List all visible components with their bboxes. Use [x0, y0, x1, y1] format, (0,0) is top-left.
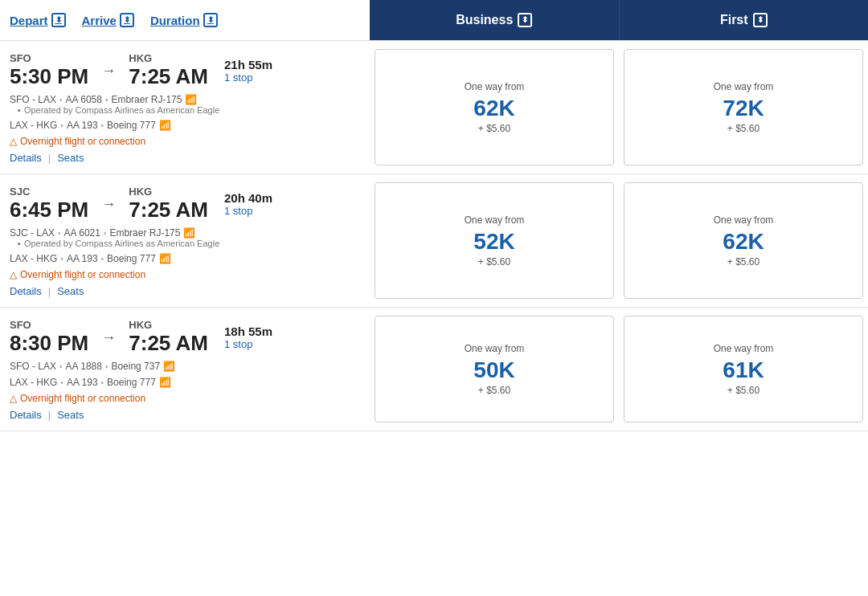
flight-section-1: SFO 5:30 PM → HKG 7:25 AM 21h 55m 1 stop…	[0, 41, 868, 174]
business-label: Business	[456, 13, 513, 27]
duration-col: 18h 55m 1 stop	[216, 325, 305, 350]
arrive-label: Arrive	[82, 14, 117, 27]
seats-button[interactable]: Seats	[57, 285, 84, 297]
business-price-card[interactable]: One way from 50K + $5.60	[375, 316, 614, 423]
first-price-fee: + $5.60	[727, 123, 760, 134]
warning-icon: △	[10, 393, 17, 404]
business-price-fee: + $5.60	[478, 385, 510, 396]
wifi-icon: 📶	[185, 94, 197, 105]
arrive-airport: HKG	[129, 319, 208, 331]
duration-text: 18h 55m	[224, 325, 305, 338]
first-price-card[interactable]: One way from 72K + $5.60	[624, 49, 863, 165]
overnight-warning: △ Overnight flight or connection	[10, 136, 360, 147]
seats-button[interactable]: Seats	[57, 409, 84, 421]
details-button[interactable]: Details	[10, 409, 42, 421]
first-price-fee: + $5.60	[727, 256, 760, 267]
arrive-sort-icon: ⬍	[120, 13, 134, 27]
duration-text: 20h 40m	[224, 191, 305, 205]
wifi-icon: 📶	[163, 361, 175, 372]
leg2-aircraft: Boeing 777	[107, 377, 156, 388]
wifi-icon: 📶	[159, 253, 171, 264]
depart-airport: SFO	[10, 319, 88, 331]
depart-sort-button[interactable]: Depart ⬍	[10, 13, 66, 27]
stops: 1 stop	[224, 338, 305, 350]
flight-info: SFO 5:30 PM → HKG 7:25 AM 21h 55m 1 stop…	[0, 41, 370, 173]
arrive-sort-button[interactable]: Arrive ⬍	[82, 13, 134, 27]
leg1-flight: AA 6021	[64, 227, 100, 239]
leg2-flight: AA 193	[67, 120, 98, 131]
bullet: ▪	[18, 105, 21, 115]
business-price-amount: 62K	[473, 96, 514, 121]
business-class-header[interactable]: Business ⬍	[370, 0, 619, 40]
leg1-aircraft: Embraer RJ-175	[111, 94, 182, 105]
arrive-block: HKG 7:25 AM	[129, 52, 208, 89]
first-price-amount: 62K	[723, 229, 764, 255]
business-one-way-label: One way from	[465, 214, 525, 226]
leg2-details: LAX - HKG • AA 193 • Boeing 777 📶	[10, 253, 360, 264]
business-sort-icon: ⬍	[518, 13, 532, 27]
overnight-text: Overnight flight or connection	[20, 136, 145, 147]
arrive-time: 7:25 AM	[129, 64, 208, 89]
details-button[interactable]: Details	[10, 152, 42, 164]
flight-route: SFO 5:30 PM → HKG 7:25 AM 21h 55m 1 stop	[10, 52, 360, 89]
link-separator: |	[48, 152, 51, 164]
arrow-icon: →	[101, 329, 116, 346]
flight-route: SJC 6:45 PM → HKG 7:25 AM 20h 40m 1 stop	[10, 186, 360, 222]
bullet: ▪	[18, 239, 21, 248]
header-sort-controls: Depart ⬍ Arrive ⬍ Duration ⬍	[0, 0, 370, 40]
arrive-airport: HKG	[129, 186, 208, 198]
duration-sort-icon: ⬍	[203, 13, 218, 27]
arrow-icon: →	[101, 196, 116, 213]
first-class-header[interactable]: First ⬍	[620, 0, 869, 40]
stops: 1 stop	[224, 71, 305, 84]
flights-container: SFO 5:30 PM → HKG 7:25 AM 21h 55m 1 stop…	[0, 41, 868, 431]
details-button[interactable]: Details	[10, 285, 42, 297]
flight-main-row: SFO 5:30 PM → HKG 7:25 AM 21h 55m 1 stop…	[0, 41, 868, 173]
overnight-warning: △ Overnight flight or connection	[10, 393, 360, 404]
price-cards: One way from 62K + $5.60 One way from 72…	[370, 41, 868, 173]
flight-main-row: SFO 8:30 PM → HKG 7:25 AM 18h 55m 1 stop…	[0, 308, 868, 431]
depart-block: SFO 5:30 PM	[10, 52, 88, 89]
first-price-amount: 72K	[723, 96, 764, 121]
business-one-way-label: One way from	[465, 81, 525, 92]
flight-section-2: SJC 6:45 PM → HKG 7:25 AM 20h 40m 1 stop…	[0, 174, 868, 308]
wifi-icon: 📶	[183, 227, 195, 239]
arrive-airport: HKG	[129, 52, 208, 64]
leg1-route: SFO - LAX	[10, 94, 56, 105]
depart-block: SJC 6:45 PM	[10, 186, 88, 222]
price-cards: One way from 50K + $5.60 One way from 61…	[370, 308, 868, 431]
first-one-way-label: One way from	[714, 214, 774, 226]
depart-block: SFO 8:30 PM	[10, 319, 88, 356]
leg1-route: SFO - LAX	[10, 361, 56, 372]
leg2-aircraft: Boeing 777	[107, 120, 156, 131]
depart-time: 6:45 PM	[10, 198, 88, 222]
first-price-fee: + $5.60	[727, 385, 760, 396]
arrive-block: HKG 7:25 AM	[129, 186, 208, 222]
flight-section-3: SFO 8:30 PM → HKG 7:25 AM 18h 55m 1 stop…	[0, 308, 868, 431]
leg1-details: SFO - LAX • AA 1888 • Boeing 737 📶	[10, 361, 360, 372]
leg2-route: LAX - HKG	[10, 377, 57, 388]
business-price-fee: + $5.60	[478, 123, 510, 134]
leg1-route: SJC - LAX	[10, 227, 55, 239]
first-price-card[interactable]: One way from 62K + $5.60	[624, 182, 863, 299]
seats-button[interactable]: Seats	[57, 152, 84, 164]
business-price-card[interactable]: One way from 52K + $5.60	[375, 182, 614, 299]
flight-route: SFO 8:30 PM → HKG 7:25 AM 18h 55m 1 stop	[10, 319, 360, 356]
wifi-icon: 📶	[159, 377, 171, 388]
flight-main-row: SJC 6:45 PM → HKG 7:25 AM 20h 40m 1 stop…	[0, 174, 868, 307]
arrive-block: HKG 7:25 AM	[129, 319, 208, 356]
leg1-flight: AA 1888	[66, 361, 102, 372]
first-price-card[interactable]: One way from 61K + $5.60	[624, 316, 863, 423]
operated-by: ▪ Operated by Compass Airlines as Americ…	[18, 105, 360, 115]
depart-time: 8:30 PM	[10, 331, 88, 356]
price-cards: One way from 52K + $5.60 One way from 62…	[370, 174, 868, 307]
leg2-details: LAX - HKG • AA 193 • Boeing 777 📶	[10, 120, 360, 131]
links-row: Details | Seats	[10, 409, 360, 431]
business-price-card[interactable]: One way from 62K + $5.60	[375, 49, 614, 165]
first-one-way-label: One way from	[714, 343, 774, 354]
duration-col: 20h 40m 1 stop	[216, 191, 305, 217]
duration-label: Duration	[150, 14, 200, 27]
duration-sort-button[interactable]: Duration ⬍	[150, 13, 218, 27]
business-price-amount: 52K	[473, 229, 514, 255]
header-row: Depart ⬍ Arrive ⬍ Duration ⬍ Business ⬍ …	[0, 0, 868, 41]
